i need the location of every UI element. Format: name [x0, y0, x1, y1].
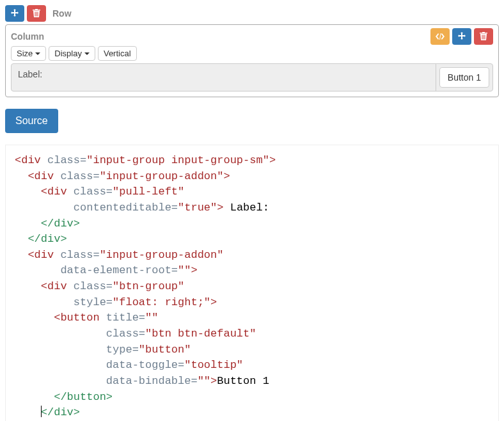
- code-token: <button: [54, 312, 99, 324]
- source-code-panel[interactable]: <div class="input-group input-group-sm">…: [5, 145, 499, 421]
- delete-row-button[interactable]: [27, 5, 46, 22]
- trash-icon: [480, 32, 487, 41]
- code-token: >: [269, 154, 276, 166]
- button-1[interactable]: Button 1: [439, 67, 489, 88]
- column-label: Column: [11, 31, 44, 42]
- code-token: "btn-group": [113, 280, 184, 292]
- code-token: "true": [178, 202, 217, 214]
- code-token: data-toggle=: [106, 359, 184, 371]
- column-actions: [430, 28, 493, 45]
- button-addon: Button 1: [436, 64, 492, 91]
- display-dropdown[interactable]: Display: [49, 46, 95, 61]
- code-token: <div: [28, 249, 54, 261]
- move-column-button[interactable]: [452, 28, 471, 45]
- code-token: </div>: [41, 406, 80, 418]
- source-button[interactable]: Source: [5, 109, 58, 133]
- code-token: type=: [106, 344, 139, 356]
- code-token: class=: [60, 249, 99, 261]
- code-token: data-bindable=: [106, 375, 198, 387]
- size-label: Size: [17, 49, 33, 58]
- code-token: >: [217, 202, 223, 214]
- code-token: </button>: [54, 391, 113, 403]
- move-icon: [457, 32, 466, 41]
- size-dropdown[interactable]: Size: [11, 46, 46, 61]
- code-icon: [435, 33, 445, 40]
- code-token: "input-group-addon": [100, 249, 224, 261]
- display-label: Display: [54, 49, 82, 58]
- code-token: class=: [74, 280, 113, 292]
- row-label: Row: [52, 8, 72, 19]
- code-token: "input-group-addon": [100, 170, 224, 182]
- move-row-button[interactable]: [5, 5, 24, 22]
- code-token: contenteditable=: [74, 202, 178, 214]
- row-header: Row: [5, 5, 499, 22]
- code-token: <div: [15, 154, 41, 166]
- code-token: <div: [28, 170, 54, 182]
- code-token: >: [210, 375, 217, 387]
- code-token: <div: [41, 186, 67, 198]
- code-token: "": [145, 312, 158, 324]
- code-token: title=: [106, 312, 145, 324]
- code-token: "float: right;": [113, 296, 210, 308]
- label-addon[interactable]: Label:: [12, 64, 436, 91]
- code-token: data-element-root=: [60, 264, 178, 276]
- code-token: "pull-left": [113, 186, 184, 198]
- code-token: class=: [74, 186, 113, 198]
- code-token: >: [210, 296, 217, 308]
- chevron-down-icon: [84, 52, 90, 55]
- vertical-label: Vertical: [104, 49, 131, 58]
- code-token: "btn btn-default": [145, 328, 256, 340]
- code-token: >: [191, 264, 197, 276]
- input-group: Label: Button 1: [11, 63, 493, 91]
- move-icon: [10, 9, 19, 18]
- chevron-down-icon: [35, 52, 40, 55]
- code-token: class=: [106, 328, 145, 340]
- code-token: Button 1: [217, 375, 269, 387]
- column-panel: Column Size Display Vertical Label: Butt…: [5, 24, 499, 97]
- code-token: style=: [74, 296, 113, 308]
- code-token: class=: [60, 170, 99, 182]
- code-column-button[interactable]: [430, 28, 450, 45]
- code-token: Label:: [223, 202, 269, 214]
- code-token: </div>: [28, 233, 67, 245]
- code-token: "tooltip": [184, 359, 243, 371]
- trash-icon: [33, 9, 40, 18]
- code-token: "button": [139, 344, 191, 356]
- code-token: class=: [47, 154, 86, 166]
- code-token: "": [198, 375, 210, 387]
- code-token: >: [223, 170, 230, 182]
- vertical-button[interactable]: Vertical: [98, 46, 137, 61]
- delete-column-button[interactable]: [474, 28, 493, 45]
- code-token: "input-group input-group-sm": [86, 154, 269, 166]
- code-token: <div: [41, 280, 67, 292]
- code-token: "": [178, 264, 191, 276]
- column-header: Column: [11, 28, 493, 45]
- column-toolbar: Size Display Vertical: [11, 46, 493, 61]
- code-token: </div>: [41, 218, 80, 230]
